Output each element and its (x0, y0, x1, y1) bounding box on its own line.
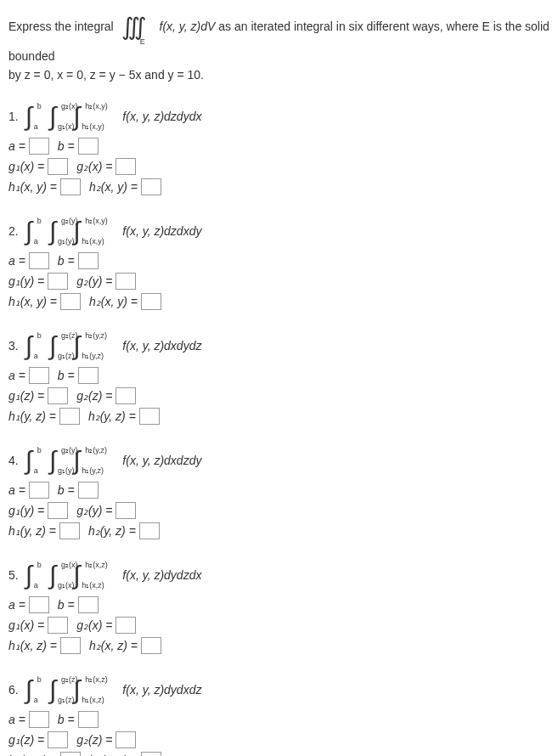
answer-input[interactable] (48, 617, 68, 634)
answer-label: h₂(x, y) = (89, 295, 138, 308)
integral-sign-icon: ∫ (25, 331, 32, 359)
answer-input[interactable] (139, 408, 160, 425)
integral-sign-icon: ∫ (49, 675, 56, 703)
answer-label: a = (8, 598, 25, 612)
answer-input[interactable] (116, 731, 136, 748)
integral-sign-icon: ∫ (73, 217, 80, 245)
answer-input[interactable] (141, 178, 161, 195)
answer-input[interactable] (139, 522, 160, 539)
answer-input[interactable] (48, 273, 68, 290)
integral-2: ∫g₂(z)g₁(z) (49, 331, 56, 360)
answer-input[interactable] (59, 408, 80, 425)
integral-line: 2.∫ba∫g₂(y)g₁(y)∫h₂(x,y)h₁(x,y)f(x, y, z… (8, 217, 550, 245)
intro-line2: by z = 0, x = 0, z = y − 5x and y = 10. (8, 65, 550, 84)
integrand: f(x, y, z)dydxdz (122, 683, 201, 697)
answer-label: h₂(y, z) = (88, 524, 136, 538)
problem-1: 1.∫ba∫g₂(x)g₁(x)∫h₂(x,y)h₁(x,y)f(x, y, z… (8, 102, 550, 195)
integral-1: ∫ba (25, 446, 32, 475)
answer-input[interactable] (29, 367, 49, 384)
upper-bound: h₂(x,y) (85, 102, 108, 110)
upper-bound: b (37, 561, 42, 569)
answer-input[interactable] (141, 293, 161, 310)
integral-sign-icon: ∫ (73, 446, 80, 474)
lower-bound: g₁(z) (58, 696, 75, 704)
answer-input[interactable] (48, 158, 68, 175)
answer-input[interactable] (116, 387, 136, 404)
answer-label: b = (58, 483, 75, 497)
answer-input[interactable] (141, 637, 161, 654)
answer-label: h₁(x, y) = (8, 295, 57, 308)
problem-number: 4. (8, 454, 19, 467)
problem-6: 6.∫ba∫g₂(z)g₁(z)∫h₂(x,z)h₁(x,z)f(x, y, z… (8, 675, 550, 756)
lower-bound: a (34, 122, 38, 131)
answer-input[interactable] (29, 711, 49, 728)
answer-line: h₁(x, z) =h₂(x, z) = (8, 752, 550, 756)
answer-input[interactable] (29, 138, 49, 155)
answer-input[interactable] (48, 731, 68, 748)
answer-label: g₂(x) = (76, 618, 112, 632)
answer-input[interactable] (60, 752, 81, 756)
answer-input[interactable] (116, 158, 136, 175)
answer-label: b = (58, 254, 75, 268)
answer-input[interactable] (78, 711, 99, 728)
integral-3: ∫h₂(x,z)h₁(x,z) (73, 561, 80, 590)
answer-line: g₁(y) =g₂(y) = (8, 273, 550, 290)
problem-number: 6. (8, 683, 19, 697)
answer-label: g₁(y) = (8, 274, 44, 288)
answer-label: h₁(x, z) = (8, 753, 57, 756)
answer-line: a =b = (8, 711, 550, 728)
answer-label: h₁(y, z) = (8, 524, 56, 538)
answer-input[interactable] (48, 387, 68, 404)
integral-sign-icon: ∫ (73, 561, 80, 589)
answer-line: h₁(y, z) =h₂(y, z) = (8, 408, 550, 425)
answer-input[interactable] (78, 482, 99, 499)
integral-2: ∫g₂(x)g₁(x) (49, 561, 56, 590)
answer-input[interactable] (78, 252, 99, 269)
integral-line: 3.∫ba∫g₂(z)g₁(z)∫h₂(y,z)h₁(y,z)f(x, y, z… (8, 331, 550, 360)
integral-3: ∫h₂(x,y)h₁(x,y) (73, 217, 80, 245)
answer-input[interactable] (78, 596, 99, 613)
answer-input[interactable] (48, 502, 68, 519)
answer-label: h₂(x, z) = (89, 639, 138, 652)
answer-input[interactable] (29, 596, 49, 613)
integral-sign-icon: ∫ (49, 331, 56, 359)
answer-input[interactable] (60, 178, 81, 195)
answer-input[interactable] (116, 617, 136, 634)
answer-label: b = (58, 139, 75, 153)
answer-input[interactable] (60, 637, 81, 654)
answer-input[interactable] (141, 752, 161, 756)
problem-5: 5.∫ba∫g₂(x)g₁(x)∫h₂(x,z)h₁(x,z)f(x, y, z… (8, 561, 550, 654)
upper-bound: h₂(y,z) (85, 331, 107, 340)
answer-input[interactable] (116, 273, 136, 290)
answer-label: g₁(y) = (8, 504, 44, 517)
answer-label: a = (8, 254, 25, 268)
answer-input[interactable] (60, 293, 81, 310)
integral-sign-icon: ∫ (25, 675, 32, 703)
answer-label: g₁(z) = (8, 733, 44, 747)
answer-line: g₁(x) =g₂(x) = (8, 158, 550, 175)
answer-label: g₂(x) = (76, 160, 112, 173)
answer-label: a = (8, 713, 25, 726)
problem-3: 3.∫ba∫g₂(z)g₁(z)∫h₂(y,z)h₁(y,z)f(x, y, z… (8, 331, 550, 425)
integral-sign-icon: ∫ (25, 446, 32, 474)
answer-input[interactable] (78, 138, 99, 155)
answer-input[interactable] (78, 367, 99, 384)
answer-input[interactable] (29, 252, 49, 269)
problem-number: 5. (8, 568, 19, 582)
integral-sign-icon: ∫ (49, 446, 56, 474)
answer-line: g₁(z) =g₂(z) = (8, 387, 550, 404)
answer-input[interactable] (29, 482, 49, 499)
upper-bound: h₂(x,z) (85, 675, 108, 684)
integral-1: ∫ba (25, 561, 32, 590)
integral-2: ∫g₂(x)g₁(x) (49, 102, 56, 131)
answer-label: h₂(x, z) = (89, 753, 138, 756)
answer-input[interactable] (116, 502, 136, 519)
lower-bound: a (34, 581, 38, 590)
integral-line: 5.∫ba∫g₂(x)g₁(x)∫h₂(x,z)h₁(x,z)f(x, y, z… (8, 561, 550, 590)
answer-label: g₂(y) = (76, 504, 112, 517)
answer-input[interactable] (59, 522, 80, 539)
integral-sign-icon: ∫ (73, 102, 80, 130)
integral-2: ∫g₂(z)g₁(z) (49, 675, 56, 704)
lower-bound: g₁(x) (58, 581, 75, 590)
integral-2: ∫g₂(y)g₁(y) (49, 217, 56, 245)
